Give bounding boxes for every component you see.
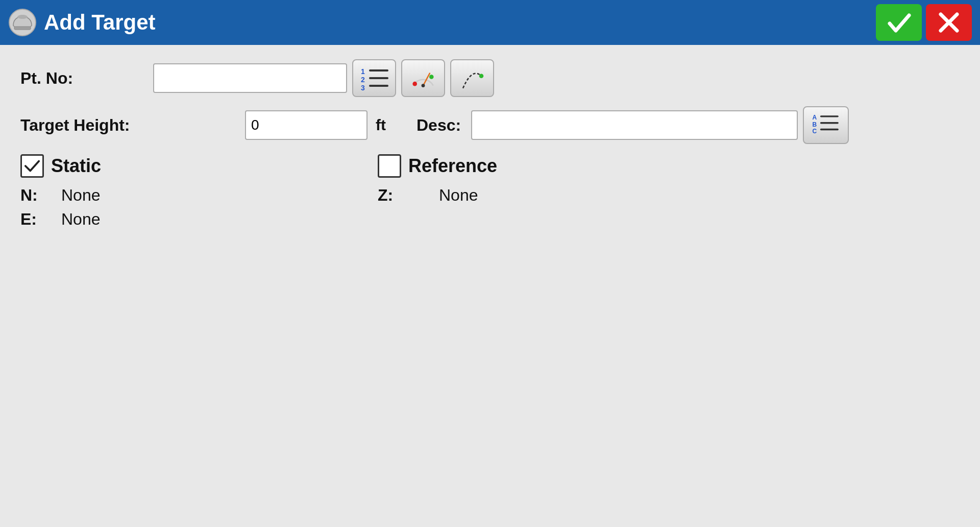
page-title: Add Target [44, 10, 156, 35]
static-checkmark-icon [23, 157, 41, 175]
n-group: N: None [20, 186, 378, 205]
reference-group: Reference [378, 154, 497, 178]
header: Add Target [0, 0, 980, 45]
static-label: Static [51, 155, 101, 177]
target-height-row: Target Height: ft Desc: A B C [20, 106, 960, 144]
svg-rect-1 [14, 27, 31, 30]
svg-point-15 [422, 84, 425, 87]
z-group: Z: None [378, 186, 541, 205]
svg-text:3: 3 [361, 84, 365, 92]
e-group: E: None [20, 210, 378, 229]
svg-text:2: 2 [361, 76, 365, 84]
reference-checkbox[interactable] [378, 154, 401, 178]
reference-label: Reference [408, 155, 497, 177]
n-value: None [61, 186, 163, 205]
svg-point-12 [412, 82, 417, 86]
svg-point-13 [429, 75, 434, 79]
svg-text:B: B [813, 121, 817, 128]
static-group: Static [20, 154, 378, 178]
static-reference-row: Static Reference [20, 154, 960, 178]
gauge-icon-button[interactable] [401, 59, 445, 97]
unit-label: ft [376, 116, 386, 134]
numbered-list-icon: 1 2 3 [359, 63, 389, 93]
svg-text:C: C [813, 128, 817, 135]
svg-point-17 [479, 74, 484, 78]
n-label: N: [20, 186, 61, 205]
svg-text:1: 1 [361, 67, 365, 76]
header-left: Add Target [8, 8, 156, 37]
desc-label: Desc: [416, 116, 461, 135]
x-icon [936, 9, 962, 36]
abc-list-icon: A B C [808, 110, 844, 140]
svg-point-2 [17, 15, 28, 19]
static-checkbox[interactable] [20, 154, 44, 178]
main-content: Pt. No: 1 2 3 [0, 45, 980, 243]
pt-no-label: Pt. No: [20, 69, 153, 88]
arc-icon [454, 63, 490, 93]
pt-no-input[interactable] [153, 63, 347, 93]
e-label: E: [20, 210, 61, 229]
target-height-input[interactable] [245, 110, 368, 140]
list-icon-button[interactable]: 1 2 3 [352, 59, 396, 97]
target-height-label: Target Height: [20, 116, 245, 135]
abc-list-button[interactable]: A B C [803, 106, 849, 144]
z-label: Z: [378, 186, 419, 205]
pt-no-row: Pt. No: 1 2 3 [20, 59, 960, 97]
confirm-button[interactable] [876, 4, 922, 41]
header-buttons [876, 4, 972, 41]
svg-text:A: A [813, 114, 817, 121]
e-row: E: None [20, 210, 960, 229]
gauge-icon [405, 63, 441, 93]
e-value: None [61, 210, 163, 229]
nz-row: N: None Z: None [20, 186, 960, 205]
desc-input[interactable] [471, 110, 798, 140]
cancel-button[interactable] [926, 4, 972, 41]
checkmark-icon [886, 9, 912, 36]
helmet-icon [8, 8, 37, 37]
z-value: None [439, 186, 541, 205]
arc-icon-button[interactable] [450, 59, 494, 97]
